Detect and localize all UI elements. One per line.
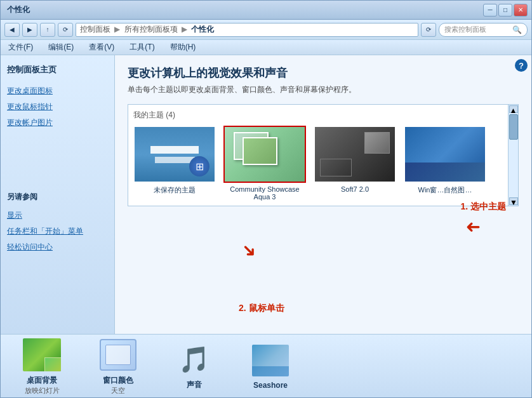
theme-thumb-unsaved: ⊞ [133,126,216,183]
theme-thumb-community [223,126,306,183]
theme-thumb-soft7 [314,126,396,183]
theme-name-unsaved: 未保存的主题 [154,185,196,195]
bottom-item-window-color[interactable]: 窗口颜色 天空 [90,337,147,395]
maximize-button[interactable]: □ [498,4,512,17]
theme-name-nature: Win窗…自然图… [418,185,472,195]
menu-help[interactable]: 帮助(H) [168,41,199,54]
titlebar: 个性化 ─ □ ✕ [1,1,531,20]
help-icon[interactable]: ? [515,59,528,72]
bottom-label-sound: 声音 [187,380,202,390]
arrow-2: ➜ [237,238,262,263]
sidebar: 控制面板主页 更改桌面图标 更改鼠标指针 更改帐户图片 另请参阅 显示 任务栏和… [1,55,115,334]
bottom-label-window-color: 窗口颜色 [103,375,133,386]
scrollbar-up[interactable]: ▲ [509,105,518,113]
minimize-button[interactable]: ─ [483,4,497,17]
sidebar-home[interactable]: 控制面板主页 [7,63,108,77]
close-button[interactable]: ✕ [514,4,528,17]
menu-tools[interactable]: 工具(T) [127,41,157,54]
theme-thumb-nature [404,126,486,183]
titlebar-buttons: ─ □ ✕ [483,4,528,17]
sidebar-link-ease[interactable]: 轻松访问中心 [7,241,108,254]
search-icon: 🔍 [512,25,522,34]
search-placeholder: 搜索控制面板 [444,25,486,34]
menu-view[interactable]: 查看(V) [86,41,117,54]
sidebar-link-mouse[interactable]: 更改鼠标指针 [7,100,108,114]
annotation-1: 1. 选中主题 [460,201,506,213]
search-box[interactable]: 搜索控制面板 🔍 [439,23,528,37]
bottom-sublabel-window-color: 天空 [111,386,125,395]
theme-panel-title: 我的主题 (4) [133,110,507,121]
theme-item-unsaved[interactable]: ⊞ 未保存的主题 [133,126,216,201]
scrollbar-thumb[interactable] [509,114,518,140]
bottom-label-seashore: Seashore [253,381,288,390]
theme-item-nature[interactable]: Win窗…自然图… [404,126,486,201]
theme-panel-scrollbar[interactable]: ▲ ▼ [508,105,518,206]
theme-item-soft7[interactable]: Soft7 2.0 [314,126,396,201]
sidebar-link-account[interactable]: 更改帐户图片 [7,116,108,129]
back-button[interactable]: ◀ [4,23,20,37]
main-content: 控制面板主页 更改桌面图标 更改鼠标指针 更改帐户图片 另请参阅 显示 任务栏和… [1,55,531,334]
window-title: 个性化 [4,4,483,15]
sidebar-link-desktop-icon[interactable]: 更改桌面图标 [7,84,108,98]
menubar: 文件(F) 编辑(E) 查看(V) 工具(T) 帮助(H) [1,40,531,55]
address-path[interactable]: 控制面板 ▶ 所有控制面板项 ▶ 个性化 [76,23,418,37]
addressbar: ◀ ▶ ↑ ⟳ 控制面板 ▶ 所有控制面板项 ▶ 个性化 ⟳ 搜索控制面板 🔍 [1,20,531,40]
bottom-item-seashore[interactable]: Seashore [242,343,299,390]
bottom-bar: 桌面背景 放映幻灯片 窗口颜色 天空 🎵 声音 [1,334,531,397]
theme-name-community: Community Showcase Aqua 3 [230,185,299,201]
refresh-button[interactable]: ⟳ [58,23,73,37]
go-button[interactable]: ⟳ [421,23,436,37]
bottom-label-desktop-bg: 桌面背景 [27,375,57,386]
sidebar-link-display[interactable]: 显示 [7,209,108,222]
page-title: 更改计算机上的视觉效果和声音 [128,65,519,81]
desktop-bg-icon [22,337,62,373]
path-text: 控制面板 ▶ 所有控制面板项 ▶ 个性化 [80,24,214,35]
sidebar-also-section: 另请参阅 [7,192,108,202]
themes-grid: ⊞ 未保存的主题 [133,126,507,201]
arrow-1: ➜ [466,217,481,238]
forward-button[interactable]: ▶ [22,23,37,37]
scrollbar-down[interactable]: ▼ [509,197,518,205]
annotation-2: 2. 鼠标单击 [239,303,284,314]
sound-emoji: 🎵 [178,345,210,375]
up-button[interactable]: ↑ [40,23,55,37]
bottom-item-desktop-bg[interactable]: 桌面背景 放映幻灯片 [13,337,70,395]
menu-file[interactable]: 文件(F) [6,41,36,54]
bottom-item-sound[interactable]: 🎵 声音 [166,342,223,390]
page-subtitle: 单击每个主题以即更改桌面背景、窗口颜色、声音和屏幕保护程序。 [128,84,519,95]
menu-edit[interactable]: 编辑(E) [46,41,76,54]
theme-item-community[interactable]: Community Showcase Aqua 3 [223,126,306,201]
theme-panel: 我的主题 (4) ⊞ 未保存 [128,104,519,206]
sound-icon: 🎵 [174,342,215,377]
seashore-icon [250,343,291,378]
bottom-sublabel-desktop-bg: 放映幻灯片 [25,386,60,395]
theme-name-soft7: Soft7 2.0 [341,185,369,193]
window-color-icon [98,337,138,373]
content-area: ? 更改计算机上的视觉效果和声音 单击每个主题以即更改桌面背景、窗口颜色、声音和… [115,55,531,334]
sidebar-link-taskbar[interactable]: 任务栏和「开始」菜单 [7,225,108,238]
main-window: 个性化 ─ □ ✕ ◀ ▶ ↑ ⟳ 控制面板 ▶ 所有控制面板项 ▶ 个性化 ⟳… [0,0,532,398]
